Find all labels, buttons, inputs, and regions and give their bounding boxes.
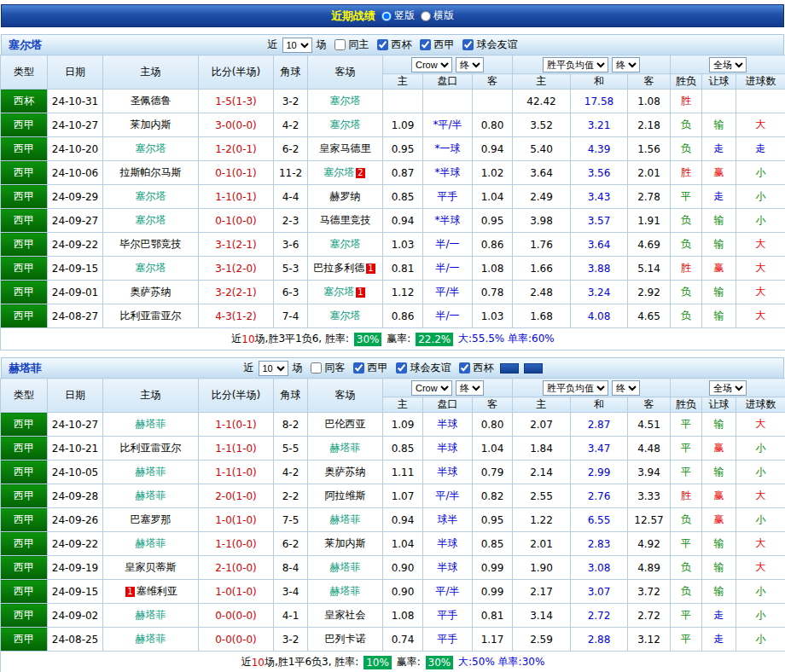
team-name-link[interactable]: 塞尔塔 (330, 238, 361, 250)
team-name-link[interactable]: 奥萨苏纳 (325, 466, 366, 478)
team-name-link[interactable]: 赫塔菲 (330, 513, 361, 525)
team-name-link[interactable]: 塞尔塔 (330, 119, 361, 130)
league-checkbox[interactable] (420, 39, 431, 50)
team-name-link[interactable]: 圣佩德鲁 (131, 95, 172, 107)
avg-select[interactable]: 胜平负均值 (543, 57, 608, 72)
layout-radio-horizontal[interactable]: 横版 (421, 9, 454, 23)
team-name-link[interactable]: 塞尔塔 (136, 190, 166, 202)
team-name-link[interactable]: 巴伦西亚 (325, 418, 366, 430)
avg-home-cell: 3.14 (513, 604, 571, 628)
match-date: 24-10-31 (48, 90, 103, 113)
odds-final-select[interactable]: 终 (456, 380, 484, 396)
same-venue-checkbox[interactable] (311, 362, 322, 374)
avg-draw-cell: 2.87 (571, 413, 628, 437)
layout-radio-vertical[interactable]: 竖版 (381, 9, 415, 23)
odds-home-cell: 0.87 (383, 161, 423, 185)
team-name-link[interactable]: 赫塔菲 (330, 561, 361, 573)
odds-provider-select[interactable]: Crow (411, 380, 452, 396)
layout-radio-input[interactable] (421, 11, 431, 21)
avg-draw-cell: 3.64 (571, 233, 628, 257)
header-col-type: 类型 (1, 379, 48, 413)
league-checkbox[interactable] (353, 362, 364, 374)
team-name-link[interactable]: 塞尔塔 (136, 214, 166, 226)
team-name-link[interactable]: 马德里竞技 (320, 214, 371, 226)
team-name-link[interactable]: 赫塔菲 (136, 418, 166, 430)
recent-count-select[interactable]: 10 (259, 361, 288, 376)
odds-home-cell: 0.95 (383, 137, 423, 161)
mini-button[interactable] (524, 363, 543, 374)
section-team-name[interactable]: 赫塔菲 (9, 358, 42, 379)
scope-select[interactable]: 全场 (709, 380, 747, 396)
team-name-link[interactable]: 赫塔菲 (330, 442, 361, 454)
team-name-link[interactable]: 赫塔菲 (136, 490, 166, 501)
team-name-link[interactable]: 比利亚雷亚尔 (120, 310, 182, 322)
team-name-link[interactable]: 赫塔菲 (330, 585, 361, 597)
recent-count-select[interactable]: 10 (282, 38, 312, 53)
corner-cell: 5-3 (274, 257, 308, 281)
avg-home-cell: 2.17 (513, 580, 571, 604)
team-name-link[interactable]: 巴塞罗那 (131, 513, 172, 525)
goals-result-cell: 大 (736, 257, 785, 281)
goals-result-cell (736, 90, 785, 113)
team-name-link[interactable]: 皇家社会 (325, 609, 366, 621)
league-checkbox[interactable] (462, 39, 474, 50)
layout-radio-input[interactable] (381, 11, 392, 21)
team-cell: 奥萨苏纳 (103, 281, 199, 304)
match-date: 24-09-15 (48, 257, 103, 281)
subheader-avg-draw: 和 (571, 397, 628, 413)
avg-final-select[interactable]: 终 (612, 57, 640, 72)
team-name-link[interactable]: 塞尔塔 (136, 142, 166, 154)
scope-select[interactable]: 全场 (709, 57, 747, 72)
same-venue-checkbox[interactable] (334, 39, 346, 50)
team-name-link[interactable]: 阿拉维斯 (325, 490, 366, 501)
goals-result-cell: 大 (736, 113, 785, 137)
team-name-link[interactable]: 皇家马德里 (320, 142, 371, 154)
avg-home-cell: 2.07 (513, 413, 571, 437)
team-name-link[interactable]: 赫塔菲 (136, 609, 166, 621)
avg-select[interactable]: 胜平负均值 (543, 380, 608, 396)
avg-final-select[interactable]: 终 (612, 380, 640, 396)
avg-away-cell: 1.91 (628, 209, 671, 233)
odds-away-cell: 0.82 (473, 484, 513, 508)
handicap-result-cell: 输 (702, 532, 736, 556)
team-name-link[interactable]: 巴列卡诺 (325, 633, 366, 645)
team-name-link[interactable]: 赫塔菲 (136, 633, 166, 645)
red-card-badge: 1 (366, 264, 375, 274)
match-row: 西甲24-09-28赫塔菲2-0(1-0)2-2阿拉维斯1.07平/半0.822… (1, 484, 785, 508)
section-team-name[interactable]: 塞尔塔 (9, 35, 42, 55)
team-name-link[interactable]: 塞尔塔 (323, 286, 354, 298)
match-row: 西甲24-10-27莱加内斯3-0(0-0)4-2塞尔塔1.09*平/半0.80… (1, 113, 785, 137)
team-name-link[interactable]: 巴拉多利德 (313, 262, 364, 274)
team-name-link[interactable]: 比利亚雷亚尔 (120, 442, 182, 454)
odds-final-select[interactable]: 终 (456, 57, 484, 72)
team-name-link[interactable]: 奥萨苏纳 (131, 286, 172, 298)
score-cell: 3-1(2-0) (199, 257, 274, 281)
team-name-link[interactable]: 赫塔菲 (136, 466, 166, 478)
avg-home-cell: 2.59 (513, 628, 571, 652)
league-checkbox[interactable] (459, 362, 470, 374)
team-name-link[interactable]: 莱加内斯 (131, 119, 172, 130)
team-name-link[interactable]: 塞尔塔 (330, 95, 361, 107)
team-name-link[interactable]: 塞尔塔 (323, 166, 354, 178)
league-checkbox[interactable] (396, 362, 407, 374)
match-date: 24-10-05 (48, 461, 103, 484)
team-name-link[interactable]: 赫罗纳 (330, 190, 361, 202)
team-name-link[interactable]: 塞维利亚 (137, 585, 177, 597)
team-cell: 赫塔菲 (103, 461, 199, 484)
team-name-link[interactable]: 毕尔巴鄂竞技 (120, 238, 182, 250)
odds-provider-select[interactable]: Crow (411, 57, 452, 72)
mini-button[interactable] (500, 363, 519, 374)
goals-result-cell: 小 (736, 185, 785, 209)
league-checkbox[interactable] (377, 39, 388, 50)
avg-away-cell: 3.33 (628, 484, 671, 508)
team-name-link[interactable]: 塞尔塔 (330, 310, 361, 322)
team-name-link[interactable]: 赫塔菲 (136, 537, 166, 549)
result-cell: 平 (671, 628, 702, 652)
team-name-link[interactable]: 皇家贝蒂斯 (125, 561, 177, 573)
handicap-result-cell: 输 (702, 413, 736, 437)
odds-away-cell: 0.94 (473, 137, 513, 161)
team-name-link[interactable]: 塞尔塔 (136, 262, 166, 274)
team-name-link[interactable]: 莱加内斯 (325, 537, 366, 549)
team-name-link[interactable]: 拉斯帕尔马斯 (120, 166, 182, 178)
match-date: 24-08-25 (48, 628, 103, 652)
